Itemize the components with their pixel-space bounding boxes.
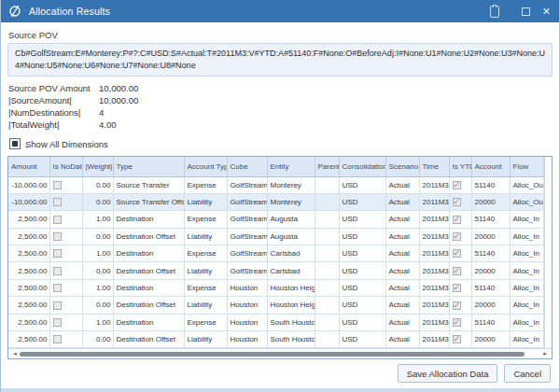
copy-document-icon[interactable] [490, 6, 499, 18]
column-header-consolidation[interactable]: Consolidation [339, 157, 385, 176]
table-row[interactable]: 2,500.001.00DestinationExpenseGolfStream… [8, 211, 543, 228]
cell-time: 2011M3 [419, 314, 449, 330]
column-header-parent[interactable]: Parent [315, 157, 339, 176]
nodata-checkbox[interactable] [53, 198, 62, 206]
column-header-is-ytd[interactable]: Is YTD [449, 157, 471, 176]
nodata-checkbox[interactable] [53, 216, 62, 224]
cell-type: Destination [113, 279, 184, 296]
summary-value: 10,000.00 [99, 83, 138, 93]
table-row[interactable]: 2,500.001.00DestinationExpenseHoustonSou… [8, 314, 543, 330]
ytd-checkbox[interactable] [453, 284, 461, 292]
cell-is_ytd [449, 245, 471, 262]
maximize-icon[interactable] [522, 7, 530, 16]
cell-is_nodata [49, 176, 82, 193]
column-header-account[interactable]: Account [471, 157, 510, 176]
cell-is_ytd [449, 262, 471, 279]
summary-row-source-pov-amount: Source POV Amount 10,000.00 [8, 82, 553, 94]
close-icon[interactable]: ✕ [542, 7, 551, 17]
nodata-checkbox[interactable] [53, 301, 62, 310]
table-row[interactable]: 2,500.001.00DestinationExpenseGolfStream… [8, 245, 543, 262]
cell-consolidation: USD [339, 228, 385, 245]
ytd-checkbox[interactable] [453, 181, 461, 189]
ytd-checkbox[interactable] [453, 335, 461, 343]
save-allocation-data-button[interactable]: Save Allocation Data [398, 364, 498, 383]
column-header-scenario[interactable]: Scenario [385, 157, 419, 176]
ytd-checkbox[interactable] [453, 318, 461, 327]
nodata-checkbox[interactable] [53, 318, 62, 327]
cell-flow: Alloc_In [510, 297, 543, 314]
scroll-right-arrow-icon[interactable]: ► [540, 351, 550, 357]
show-all-dimensions-checkbox[interactable] [9, 138, 21, 149]
cell-time: 2011M3 [419, 211, 449, 228]
table-row[interactable]: 2,500.001.00DestinationExpenseHoustonHou… [8, 279, 543, 296]
ytd-checkbox[interactable] [453, 216, 461, 224]
horizontal-scrollbar-track[interactable] [20, 351, 540, 357]
table-row[interactable]: 2,500.000.00Destination OffsetLiabilityH… [8, 331, 543, 348]
cell-entity: Monterey [267, 176, 315, 193]
summary-value: 10,000.00 [99, 95, 138, 105]
cell-parent [315, 314, 339, 330]
ytd-checkbox[interactable] [453, 249, 461, 258]
ytd-checkbox[interactable] [453, 198, 461, 206]
ytd-checkbox[interactable] [453, 301, 461, 310]
nodata-checkbox[interactable] [53, 267, 62, 275]
ytd-checkbox[interactable] [453, 267, 461, 275]
column-header-entity[interactable]: Entity [267, 157, 315, 176]
cell-entity: Augusta [267, 211, 315, 228]
cell-amount: -10,000.00 [8, 176, 49, 193]
cell-amount: 2,500.00 [8, 331, 49, 348]
column-header-time[interactable]: Time [419, 157, 449, 176]
cell-parent [315, 211, 339, 228]
column-header-cube[interactable]: Cube [227, 157, 267, 176]
ytd-checkbox[interactable] [453, 232, 461, 241]
cell-weight: 0.00 [82, 262, 113, 279]
cell-time: 2011M3 [419, 245, 449, 262]
cell-is_ytd [449, 297, 471, 314]
nodata-checkbox[interactable] [53, 232, 62, 241]
source-pov-value-box[interactable]: Cb#GolfStream:E#Monterey:P#?:C#USD:S#Act… [7, 43, 553, 77]
cancel-button[interactable]: Cancel [504, 364, 551, 383]
cell-consolidation: USD [339, 193, 385, 210]
show-all-dimensions-label: Show All Dimensions [25, 139, 108, 149]
cell-weight: 1.00 [82, 211, 113, 228]
table-row[interactable]: 2,500.000.00Destination OffsetLiabilityG… [8, 228, 543, 245]
cell-account: 51140 [471, 176, 510, 193]
cell-parent [315, 176, 339, 193]
cell-consolidation: USD [339, 297, 385, 314]
cell-time: 2011M3 [419, 279, 449, 296]
cell-is_nodata [49, 228, 82, 245]
nodata-checkbox[interactable] [53, 249, 62, 258]
nodata-checkbox[interactable] [53, 181, 62, 189]
titlebar[interactable]: Allocation Results ✕ [1, 0, 559, 22]
column-header-account-type[interactable]: Account Type [184, 157, 227, 176]
nodata-checkbox[interactable] [53, 335, 62, 343]
cell-consolidation: USD [339, 331, 385, 348]
table-row[interactable]: 2,500.000.00Destination OffsetLiabilityG… [8, 262, 543, 279]
cell-entity: Carlsbad [267, 245, 315, 262]
cell-flow: Alloc_In [510, 262, 543, 279]
cell-type: Source Transfer [113, 176, 184, 193]
horizontal-scrollbar[interactable]: ◄ ► [8, 348, 552, 358]
horizontal-scrollbar-thumb[interactable] [20, 352, 525, 357]
column-header-is-nodata[interactable]: Is NoData [49, 157, 82, 176]
scroll-left-arrow-icon[interactable]: ◄ [10, 351, 20, 357]
column-header-amount[interactable]: Amount [8, 157, 49, 176]
results-grid: AmountIs NoData|Weight|TypeAccount TypeC… [7, 156, 553, 359]
table-row[interactable]: 2,500.000.00Destination OffsetLiabilityH… [8, 297, 543, 314]
cell-is_ytd [449, 279, 471, 296]
cell-is_nodata [49, 279, 82, 296]
cell-consolidation: USD [339, 211, 385, 228]
cell-account_type: Liability [184, 297, 227, 314]
table-row[interactable]: -10,000.000.00Source TransferExpenseGolf… [8, 176, 543, 193]
vertical-scrollbar[interactable] [544, 157, 553, 348]
cell-time: 2011M3 [419, 193, 449, 210]
column-header-type[interactable]: Type [113, 157, 184, 176]
summary-label: Source POV Amount [8, 83, 99, 93]
summary-label: |TotalWeight| [8, 119, 99, 130]
nodata-checkbox[interactable] [53, 284, 62, 292]
column-header-flow[interactable]: Flow [510, 157, 543, 176]
cell-weight: 0.00 [82, 228, 113, 245]
table-row[interactable]: -10,000.000.00Source Transfer OffsetLiab… [8, 193, 543, 210]
column-header-weight[interactable]: |Weight| [82, 157, 113, 176]
cell-cube: Houston [227, 297, 267, 314]
